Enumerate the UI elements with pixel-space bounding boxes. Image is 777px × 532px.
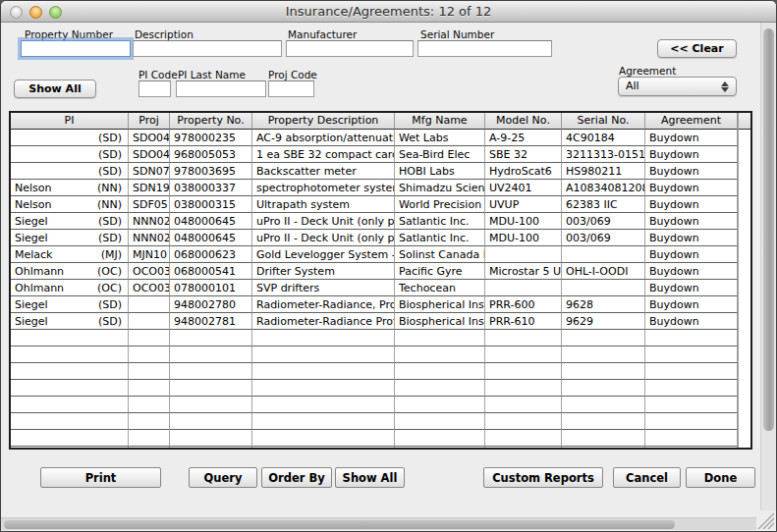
cell-mfg (395, 380, 485, 397)
pi-code: (MJ) (101, 247, 124, 262)
order-by-button[interactable]: Order By (261, 467, 332, 488)
cell-pi: Melack(MJ) (11, 246, 129, 263)
cell-pi: Siegel(SD) (11, 296, 129, 313)
table-row[interactable]: Ohlmann(OC)OCO03078000101SVP driftersTec… (11, 280, 738, 296)
pi-code: (SD) (98, 214, 124, 229)
cell-description (252, 397, 395, 413)
cell-serial (562, 430, 645, 447)
cell-model (485, 363, 562, 380)
proj-code-input[interactable] (268, 80, 314, 97)
cell-description (252, 346, 395, 363)
table-header-row: PIProjProperty No.Property DescriptionMf… (11, 113, 738, 130)
pi-name: Ohlmann (15, 264, 64, 279)
cell-serial: 4C90184 (562, 130, 645, 146)
pi-code (122, 364, 124, 379)
query-button[interactable]: Query (189, 467, 257, 488)
cell-pi (11, 430, 129, 447)
description-input[interactable] (133, 40, 282, 57)
cell-serial: 003/069 (562, 230, 645, 246)
horizontal-scrollbar-thumb[interactable] (4, 520, 675, 529)
cell-serial (562, 280, 645, 296)
table-row[interactable]: Siegel(SD)948002781Radiometer-Radiance P… (11, 313, 738, 330)
cell-serial (562, 447, 645, 448)
manufacturer-input[interactable] (286, 40, 414, 57)
cell-proj: MJN10 (129, 246, 170, 263)
column-header[interactable]: Model No. (485, 113, 562, 130)
pi-code: (SD) (98, 164, 124, 179)
horizontal-scrollbar[interactable] (1, 517, 756, 530)
column-header[interactable]: PI (11, 113, 129, 130)
column-header[interactable]: Proj (129, 113, 170, 130)
done-button[interactable]: Done (686, 467, 755, 488)
cell-description: Radiometer-Radiance Profiling, (252, 313, 395, 330)
table-row[interactable]: Ohlmann(OC)OCO03068000541Drifter SystemP… (11, 263, 738, 280)
cell-model: MDU-100 (485, 230, 562, 246)
property-number-input[interactable] (21, 40, 131, 57)
cell-agreement: Buydown (645, 246, 738, 263)
custom-reports-button[interactable]: Custom Reports (483, 467, 603, 488)
cell-mfg (395, 413, 485, 430)
cell-property_no: 948002781 (170, 313, 252, 330)
cell-mfg (395, 363, 485, 380)
cell-pi: Nelson(NN) (11, 180, 129, 196)
cell-serial (562, 397, 645, 413)
column-header[interactable]: Mfg Name (395, 113, 485, 130)
cell-description: SVP drifters (252, 280, 395, 296)
print-button[interactable]: Print (40, 467, 161, 488)
cell-pi (11, 346, 129, 363)
pi-code-input[interactable] (139, 80, 171, 97)
show-all-top-button[interactable]: Show All (14, 80, 96, 98)
cell-model: Microstar 5 Unit (485, 263, 562, 280)
cell-property_no: 968005053 (170, 146, 252, 163)
column-header[interactable]: Agreement (645, 113, 738, 130)
cell-description: Ultrapath system (252, 196, 395, 213)
table-row[interactable]: Nelson(NN)SDF05038000315Ultrapath system… (11, 196, 738, 213)
cell-pi (11, 380, 129, 397)
table-row (11, 430, 738, 447)
pi-code: (SD) (98, 297, 124, 312)
table-row[interactable]: Melack(MJ)MJN10068000623Gold Levelogger … (11, 246, 738, 263)
table-row[interactable]: (SD)SDN07978003695Backscatter meterHOBI … (11, 163, 738, 180)
cell-description (252, 330, 395, 346)
clear-button[interactable]: << Clear (657, 39, 737, 58)
cancel-button[interactable]: Cancel (613, 467, 681, 488)
cell-proj: OCO03 (129, 263, 170, 280)
show-all-bottom-button[interactable]: Show All (335, 467, 405, 488)
cell-model (485, 246, 562, 263)
serial-number-input[interactable] (417, 40, 552, 57)
cell-property_no: 978000235 (170, 130, 252, 146)
table-body: (SD)SDO04978000235AC-9 absorption/attenu… (11, 130, 738, 448)
column-header[interactable]: Property Description (252, 113, 395, 130)
vertical-scrollbar-thumb[interactable] (763, 28, 774, 431)
cell-model (485, 430, 562, 447)
pi-name: Siegel (15, 314, 48, 329)
cell-description: Drifter System (252, 263, 395, 280)
column-header[interactable]: Property No. (170, 113, 252, 130)
pi-code (122, 398, 124, 412)
table-row[interactable]: Siegel(SD)NNN02048000645uPro II - Deck U… (11, 230, 738, 246)
cell-property_no: 978003695 (170, 163, 252, 180)
table-row[interactable]: (SD)SDO04978000235AC-9 absorption/attenu… (11, 130, 738, 146)
pi-last-name-input[interactable] (176, 80, 266, 97)
cell-pi: Siegel(SD) (11, 213, 129, 230)
cell-agreement: Buydown (645, 230, 738, 246)
resize-grip-icon[interactable] (754, 511, 774, 529)
cell-description (252, 380, 395, 397)
vertical-scrollbar[interactable] (760, 23, 776, 510)
cell-agreement (645, 447, 738, 448)
cell-description: 1 ea SBE 32 compact carousel (252, 146, 395, 163)
cell-model: SBE 32 (485, 146, 562, 163)
cell-property_no: 048000645 (170, 213, 252, 230)
agreement-dropdown[interactable]: All (618, 77, 737, 96)
cell-description: Gold Levelogger System - Mela (252, 246, 395, 263)
table-row[interactable]: (SD)SDO049680050531 ea SBE 32 compact ca… (11, 146, 738, 163)
table-row[interactable]: Siegel(SD)948002780Radiometer-Radiance, … (11, 296, 738, 313)
cell-proj (129, 330, 170, 346)
cell-proj (129, 413, 170, 430)
table-right-spacer (738, 113, 750, 448)
table-row[interactable]: Nelson(NN)SDN19038000337spectrophotomete… (11, 180, 738, 196)
table-row[interactable]: Siegel(SD)NNN02048000645uPro II - Deck U… (11, 213, 738, 230)
cell-property_no: 948002780 (170, 296, 252, 313)
cell-pi: Nelson(NN) (11, 196, 129, 213)
column-header[interactable]: Serial No. (562, 113, 645, 130)
